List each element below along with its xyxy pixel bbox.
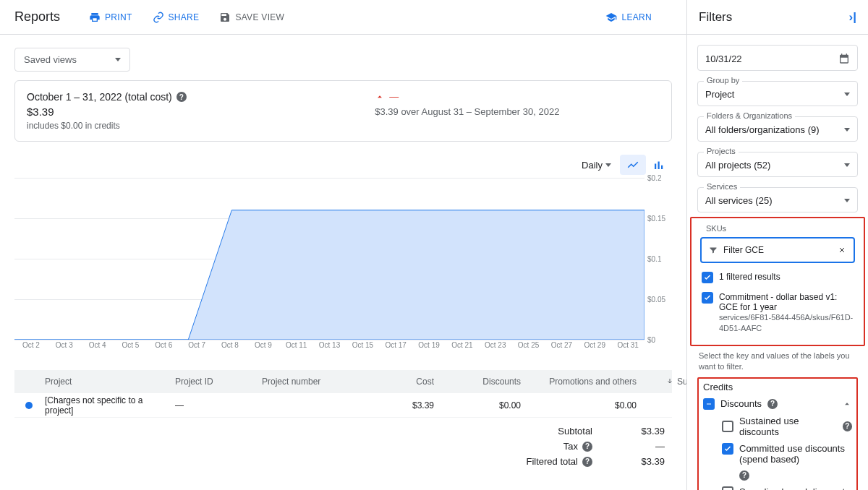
col-subtotal[interactable]: Subtotal	[641, 377, 686, 387]
trend-up-icon	[375, 92, 385, 102]
svg-rect-1	[658, 162, 660, 170]
help-icon[interactable]: ?	[739, 470, 749, 481]
help-icon[interactable]: ?	[176, 92, 187, 102]
save-view-button[interactable]: SAVE VIEW	[219, 12, 284, 23]
group-by-select[interactable]: Group by Project	[697, 81, 858, 106]
sku-filter-input[interactable]	[723, 245, 832, 255]
credits-title: Credits	[703, 382, 852, 392]
svg-rect-2	[661, 166, 663, 169]
filtered-results-checkbox[interactable]: 1 filtered results	[700, 267, 855, 288]
table-row[interactable]: [Charges not specific to a project] — $3…	[14, 393, 672, 418]
collapse-filters-icon[interactable]: ›|	[846, 10, 856, 25]
svg-rect-4	[707, 403, 711, 404]
discounts-group[interactable]: Discounts ?	[703, 395, 852, 413]
filter-icon	[709, 244, 718, 256]
svg-rect-0	[655, 164, 656, 170]
help-icon[interactable]: ?	[582, 457, 592, 467]
help-icon[interactable]: ?	[767, 399, 778, 409]
time-range-field[interactable]: 10/31/22	[697, 45, 858, 71]
services-select[interactable]: Services All services (25)	[697, 187, 858, 212]
calendar-icon	[838, 53, 850, 64]
summary-period: October 1 – 31, 2022 (total cost)	[27, 91, 172, 103]
page-title: Reports	[14, 9, 60, 25]
col-cost[interactable]: Cost	[359, 377, 438, 387]
bar-chart-icon	[652, 158, 665, 171]
chevron-down-icon	[844, 163, 850, 167]
save-icon	[219, 12, 231, 23]
labels-hint: Select the key and values of the labels …	[699, 351, 856, 373]
print-icon	[89, 12, 101, 23]
help-icon[interactable]: ?	[843, 421, 852, 431]
saved-views-select[interactable]: Saved views	[14, 48, 130, 72]
col-project-number[interactable]: Project number	[258, 377, 359, 387]
svg-marker-3	[14, 210, 644, 340]
share-button[interactable]: SHARE	[153, 12, 200, 23]
chevron-up-icon[interactable]	[842, 399, 852, 409]
spending-checkbox[interactable]: Spending based discounts (contractual)	[722, 483, 852, 490]
chevron-down-icon	[844, 199, 850, 202]
skus-highlight: SKUs 1 filtered results Commitment - dol…	[690, 217, 865, 346]
summary-card: October 1 – 31, 2022 (total cost) ? $3.3…	[14, 80, 672, 142]
filters-title: Filters	[699, 10, 732, 25]
learn-icon	[605, 12, 617, 23]
close-icon[interactable]	[838, 244, 846, 256]
learn-button[interactable]: LEARN	[605, 12, 652, 23]
chevron-down-icon	[844, 93, 850, 96]
sku-filter-input-wrap[interactable]	[700, 237, 855, 263]
cost-chart: $0$0.05$0.1$0.15$0.2 Oct 2Oct 3Oct 4Oct …	[14, 178, 672, 351]
chevron-down-icon	[844, 128, 850, 132]
projects-select[interactable]: Projects All projects (52)	[697, 152, 858, 177]
granularity-select[interactable]: Daily	[582, 160, 611, 171]
col-discounts[interactable]: Discounts	[438, 377, 525, 387]
print-button[interactable]: PRINT	[89, 12, 132, 23]
chart-type-line[interactable]	[620, 155, 646, 175]
chart-type-bar[interactable]	[646, 155, 672, 175]
col-project-id[interactable]: Project ID	[171, 377, 258, 387]
cost-table: Project Project ID Project number Cost D…	[14, 370, 672, 469]
summary-credits: includes $0.00 in credits	[27, 121, 375, 131]
sku-item-checkbox[interactable]: Commitment - dollar based v1: GCE for 1 …	[700, 288, 855, 339]
chevron-down-icon	[605, 163, 611, 167]
trend-value: —	[389, 91, 399, 102]
share-icon	[153, 12, 164, 23]
summary-amount: $3.39	[27, 106, 375, 118]
col-project[interactable]: Project	[41, 377, 171, 387]
series-dot	[25, 402, 33, 409]
sustained-checkbox[interactable]: Sustained use discounts ?	[722, 413, 852, 440]
credits-highlight: Credits Discounts ? Sustained use discou…	[697, 377, 858, 490]
line-chart-icon	[626, 158, 639, 171]
chevron-down-icon	[115, 58, 121, 61]
folders-select[interactable]: Folders & Organizations All folders/orga…	[697, 116, 858, 142]
committed-checkbox[interactable]: Committed use discounts (spend based)	[722, 440, 852, 468]
arrow-down-icon	[665, 377, 674, 386]
compare-period: $3.39 over August 31 – September 30, 202…	[375, 106, 660, 117]
col-promotions[interactable]: Promotions and others	[525, 377, 641, 387]
help-icon[interactable]: ?	[582, 442, 592, 452]
